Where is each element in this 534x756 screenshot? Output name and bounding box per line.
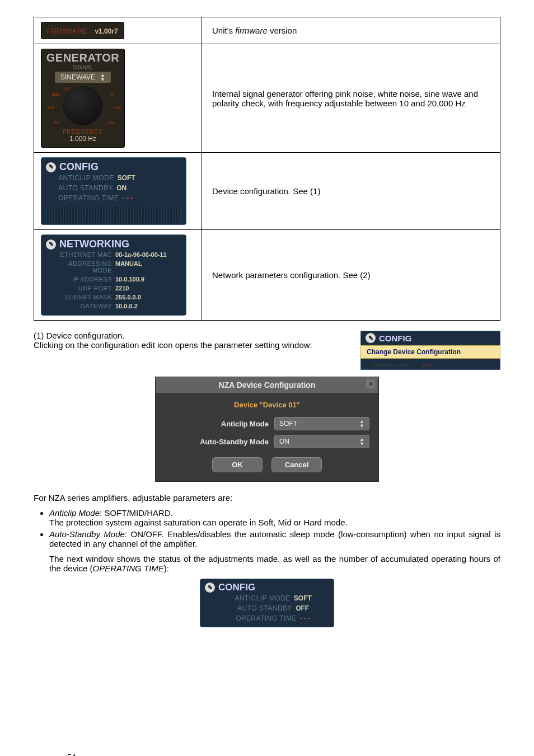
generator-frequency-value: 1.000 Hz xyxy=(41,135,124,143)
list-item: Auto-Standby Mode: ON/OFF. Enables/disab… xyxy=(49,529,500,548)
auto-standby-label: AUTO STANDBY xyxy=(237,604,292,612)
tooltip-text: Change Device Configuration xyxy=(360,345,500,359)
gateway-value: 10.0.0.2 xyxy=(115,303,138,309)
after-dialog-text: For NZA series amplifiers, adjustable pa… xyxy=(34,493,500,503)
tooltip-sub-right: OFF xyxy=(411,363,433,368)
text: The protection system against saturation… xyxy=(49,518,348,527)
cancel-button[interactable]: Cancel xyxy=(271,457,322,472)
generator-panel: GENERATOR SIGNAL SINEWAVE ▲▼ 2k 600 5k 1… xyxy=(41,49,125,148)
addressing-mode-value: MANUAL xyxy=(115,260,142,274)
dialog-title: NZA Device Configuration xyxy=(219,381,316,389)
generator-title: GENERATOR xyxy=(41,51,124,64)
addressing-mode-label: ADDRESSING MODE xyxy=(48,260,115,274)
generator-frequency-label: FREQUENCY xyxy=(41,129,124,135)
text: : SOFT/MID/HARD. xyxy=(100,508,173,518)
operating-time-value: - - - xyxy=(123,194,133,202)
networking-description: Network parameters configuration. See (2… xyxy=(202,230,500,321)
parameter-list: Anticlip Mode: SOFT/MID/HARD. The protec… xyxy=(49,508,500,548)
dialog-autostandby-label: Auto-Standby Mode xyxy=(165,438,269,446)
dial-tick: 150 xyxy=(47,105,54,110)
config-title: CONFIG xyxy=(59,161,99,173)
generator-mode-select[interactable]: SINEWAVE ▲▼ xyxy=(55,72,111,83)
text: Unit's xyxy=(212,26,235,35)
gateway-label: GATEWAY xyxy=(48,303,115,309)
networking-panel: ✎ NETWORKING ETHERNET MAC00-1a-96-00-00-… xyxy=(41,234,186,316)
autostandby-mode-selected: ON xyxy=(279,438,289,445)
close-icon[interactable]: ✕ xyxy=(366,379,375,388)
chevron-updown-icon: ▲▼ xyxy=(359,419,364,428)
pencil-icon[interactable]: ✎ xyxy=(366,333,376,343)
ip-address-label: IP ADDRESS xyxy=(48,276,115,283)
dialog-title-bar: NZA Device Configuration ✕ xyxy=(156,377,378,393)
frequency-dial[interactable] xyxy=(63,86,102,125)
subnet-mask-value: 255.0.0.0 xyxy=(115,294,141,300)
dialog-device-name: Device "Device 01" xyxy=(165,401,369,409)
config-tooltip-figure: ✎ CONFIG Change Device Configuration VOL… xyxy=(360,331,500,370)
firmware-label: FIRMWARE xyxy=(47,27,88,35)
page-number: 54 xyxy=(67,753,76,756)
text-italic: OPERATING TIME xyxy=(93,564,164,573)
ip-address-value: 10.0.100.9 xyxy=(115,276,144,283)
chevron-updown-icon: ▲▼ xyxy=(100,73,105,82)
stripes-decoration xyxy=(46,206,181,222)
dial-tick: 5k xyxy=(110,92,114,97)
anticlip-mode-value: SOFT xyxy=(294,594,312,602)
dialog-anticlip-label: Anticlip Mode xyxy=(165,420,269,428)
ethernet-mac-label: ETHERNET MAC xyxy=(48,251,115,258)
list-item: Anticlip Mode: SOFT/MID/HARD. The protec… xyxy=(49,508,500,527)
pencil-icon[interactable]: ✎ xyxy=(46,162,56,172)
dial-tick: 2k xyxy=(65,86,69,91)
firmware-panel: FIRMWARE v1.00r7 xyxy=(41,22,124,39)
networking-title: NETWORKING xyxy=(59,238,129,250)
text-italic: firmware xyxy=(235,26,268,35)
tooltip-sub-left: VOLUME LINK xyxy=(361,363,409,368)
generator-description: Internal signal generator offering pink … xyxy=(202,44,500,153)
device-config-dialog: NZA Device Configuration ✕ Device "Devic… xyxy=(155,377,379,482)
dial-tick: 20k xyxy=(107,120,114,125)
text: ): xyxy=(164,564,169,573)
firmware-description: Unit's firmware version xyxy=(202,17,500,44)
text: version xyxy=(268,26,297,35)
anticlip-mode-select[interactable]: SOFT ▲▼ xyxy=(274,417,369,430)
subnet-mask-label: SUBNET MASK xyxy=(48,294,115,300)
auto-standby-value: ON xyxy=(116,184,127,192)
status-paragraph: The next window shows the status of the … xyxy=(49,554,500,573)
auto-standby-value: OFF xyxy=(296,604,309,612)
autostandby-mode-italic: Auto-Standby Mode xyxy=(49,529,125,539)
config-title-small: CONFIG xyxy=(379,334,411,343)
config-status-title: CONFIG xyxy=(218,582,255,593)
anticlip-mode-label: ANTICLIP MODE xyxy=(58,174,114,182)
udp-port-label: UDP PORT xyxy=(48,285,115,292)
auto-standby-label: AUTO STANDBY xyxy=(58,184,113,192)
autostandby-mode-select[interactable]: ON ▲▼ xyxy=(274,435,369,448)
operating-time-value: - - - xyxy=(300,614,311,622)
udp-port-value: 2210 xyxy=(115,285,129,292)
dial-tick: 600 xyxy=(51,92,59,97)
feature-table: FIRMWARE v1.00r7 Unit's firmware version… xyxy=(34,17,500,321)
firmware-version: v1.00r7 xyxy=(95,27,118,35)
anticlip-mode-selected: SOFT xyxy=(279,420,297,428)
operating-time-label: OPERATING TIME xyxy=(58,194,119,202)
config-panel: ✎ CONFIG ANTICLIP MODESOFT AUTO STANDBYO… xyxy=(41,157,186,225)
dial-tick: 10k xyxy=(114,105,121,110)
anticlip-mode-label: ANTICLIP MODE xyxy=(235,594,291,602)
dial-tick: 20 xyxy=(54,120,59,125)
config-status-panel: ✎ CONFIG ANTICLIP MODESOFT AUTO STANDBYO… xyxy=(200,579,334,627)
generator-mode-value: SINEWAVE xyxy=(60,73,95,81)
pencil-icon[interactable]: ✎ xyxy=(205,583,215,593)
pencil-icon[interactable]: ✎ xyxy=(46,240,56,250)
ok-button[interactable]: OK xyxy=(212,457,263,472)
ethernet-mac-value: 00-1a-96-00-00-11 xyxy=(115,251,167,258)
chevron-updown-icon: ▲▼ xyxy=(359,437,364,446)
anticlip-mode-value: SOFT xyxy=(118,174,135,182)
anticlip-mode-italic: Anticlip Mode xyxy=(49,508,100,518)
generator-signal-label: SIGNAL xyxy=(41,64,124,71)
operating-time-label: OPERATING TIME xyxy=(236,614,297,622)
config-description: Device configuration. See (1) xyxy=(202,153,500,230)
